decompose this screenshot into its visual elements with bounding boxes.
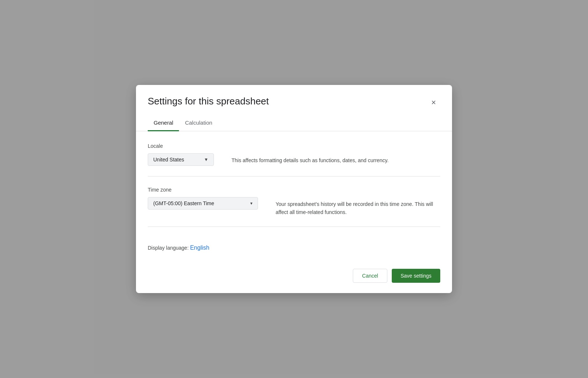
tab-calculation[interactable]: Calculation xyxy=(179,115,218,131)
save-settings-button[interactable]: Save settings xyxy=(392,269,440,283)
tab-general[interactable]: General xyxy=(148,115,179,131)
settings-dialog: Settings for this spreadsheet × General … xyxy=(136,85,452,293)
timezone-control: (GMT-05:00) Eastern Time ▾ xyxy=(148,197,258,210)
locale-section: Locale United States ▼ This affects form… xyxy=(148,143,440,176)
tab-bar: General Calculation xyxy=(136,115,452,131)
timezone-row: (GMT-05:00) Eastern Time ▾ Your spreadsh… xyxy=(148,197,440,217)
timezone-description: Your spreadsheet's history will be recor… xyxy=(276,197,440,217)
modal-backdrop: Settings for this spreadsheet × General … xyxy=(0,0,588,378)
timezone-section: Time zone (GMT-05:00) Eastern Time ▾ You… xyxy=(148,187,440,227)
timezone-dropdown-arrow: ▾ xyxy=(250,201,252,206)
cancel-button[interactable]: Cancel xyxy=(353,269,387,283)
display-language-link[interactable]: English xyxy=(190,245,209,251)
timezone-selected-value: (GMT-05:00) Eastern Time xyxy=(153,200,214,206)
locale-selected-value: United States xyxy=(153,157,184,163)
close-button[interactable]: × xyxy=(427,96,440,109)
locale-description: This affects formatting details such as … xyxy=(232,153,388,164)
dialog-title: Settings for this spreadsheet xyxy=(148,95,269,108)
locale-dropdown[interactable]: United States ▼ xyxy=(148,153,214,166)
dialog-body: Locale United States ▼ This affects form… xyxy=(136,131,452,263)
dialog-footer: Cancel Save settings xyxy=(136,263,452,293)
locale-label: Locale xyxy=(148,143,440,149)
locale-dropdown-arrow: ▼ xyxy=(204,157,208,162)
locale-row: United States ▼ This affects formatting … xyxy=(148,153,440,166)
dialog-header: Settings for this spreadsheet × xyxy=(136,85,452,109)
display-language-section: Display language: English xyxy=(148,237,440,254)
timezone-dropdown[interactable]: (GMT-05:00) Eastern Time ▾ xyxy=(148,197,258,210)
display-language-prefix: Display language: xyxy=(148,245,190,251)
timezone-label: Time zone xyxy=(148,187,440,193)
locale-control: United States ▼ xyxy=(148,153,214,166)
